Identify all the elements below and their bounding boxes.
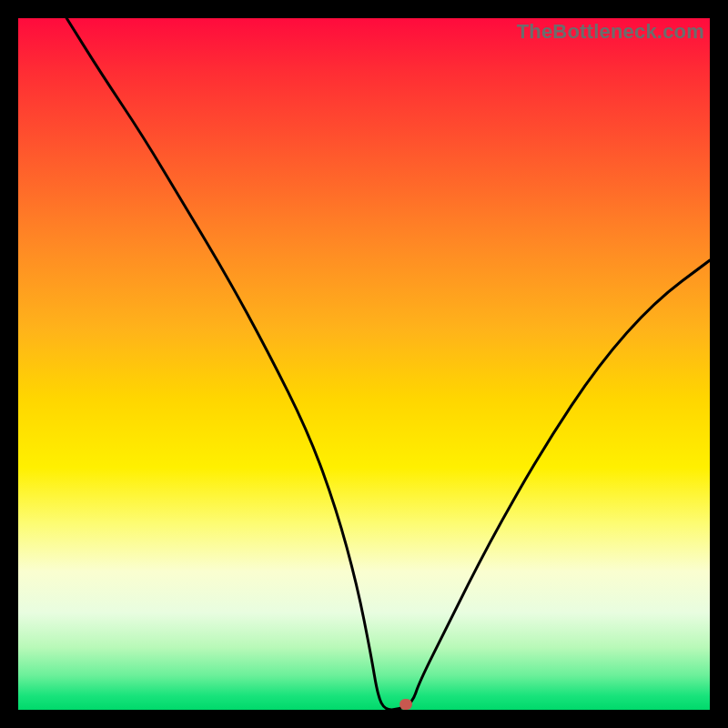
plot-area: TheBottleneck.com <box>18 18 710 710</box>
watermark-text: TheBottleneck.com <box>517 20 704 44</box>
curve-svg <box>18 18 710 710</box>
bottleneck-curve-path <box>66 18 710 710</box>
chart-frame: TheBottleneck.com <box>0 0 728 728</box>
minimum-marker <box>399 699 412 710</box>
